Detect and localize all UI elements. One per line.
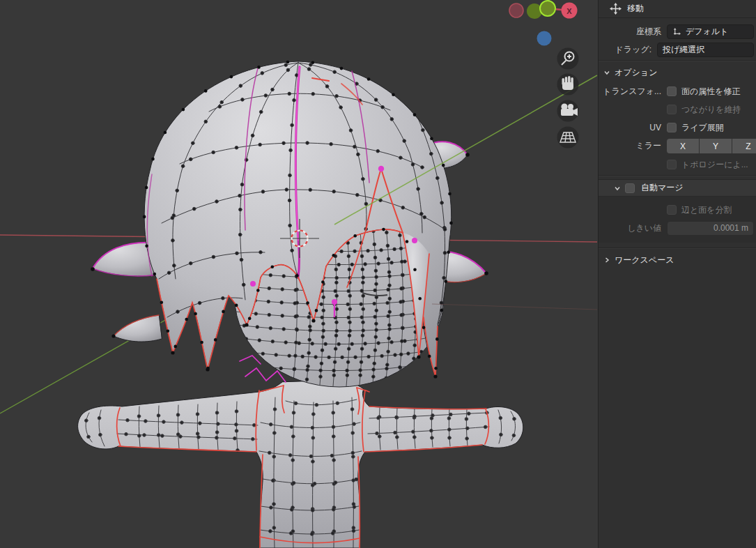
gizmo-y-positive-ball[interactable] — [540, 1, 555, 16]
mirror-x-button[interactable]: X — [667, 139, 699, 153]
drag-label: ドラッグ: — [599, 44, 657, 56]
orthographic-toggle-button[interactable] — [557, 127, 579, 149]
checkbox-live-unwrap[interactable] — [667, 123, 677, 132]
orientation-icon — [672, 27, 681, 36]
auto-merge-label: 自動マージ — [641, 182, 684, 194]
gizmo-x-negative-ball[interactable] — [509, 3, 523, 17]
separator — [599, 175, 756, 176]
pan-button[interactable] — [557, 74, 579, 96]
workspace-header-label: ワークスペース — [615, 254, 674, 266]
tool-settings-panel: 移動 座標系 デフォルト ドラッグ: 投げ縄選択 — [598, 0, 756, 548]
chevron-down-icon — [614, 185, 621, 192]
orientation-dropdown[interactable]: デフォルト — [667, 24, 754, 39]
uv-label: UV — [599, 123, 667, 132]
checkbox-keep-connected[interactable] — [667, 105, 677, 114]
gizmo-x-label: X — [566, 7, 572, 15]
checkbox-topology-mirror[interactable] — [667, 160, 677, 169]
blender-window: X — [0, 0, 756, 548]
threshold-value-field[interactable]: 0.0001 m — [667, 221, 754, 236]
threshold-value: 0.0001 m — [713, 223, 748, 233]
checkbox-auto-merge[interactable] — [625, 183, 635, 193]
correct-face-attributes-label: 面の属性を修正 — [681, 86, 741, 98]
mirror-y-button[interactable]: Y — [700, 139, 732, 153]
zoom-button[interactable] — [557, 48, 579, 70]
drag-dropdown[interactable]: 投げ縄選択 — [657, 43, 754, 57]
separator — [599, 248, 756, 249]
orientation-value: デフォルト — [686, 26, 728, 38]
live-unwrap-label: ライブ展開 — [681, 122, 724, 134]
options-header-label: オプション — [615, 67, 657, 79]
orientation-label: 座標系 — [599, 26, 667, 38]
mirror-axis-buttons: X Y Z — [667, 139, 756, 153]
separator — [599, 60, 756, 61]
chevron-down-icon — [603, 69, 610, 76]
topology-mirror-label: トポロジーによ... — [681, 159, 748, 171]
mirror-z-button[interactable]: Z — [732, 139, 756, 153]
drag-value: 投げ縄選択 — [663, 44, 704, 56]
active-tool-label: 移動 — [627, 3, 644, 15]
transform-label: トランスフォ... — [599, 86, 667, 98]
active-tool-header: 移動 — [599, 0, 756, 18]
gizmo-z-negative-ball[interactable] — [537, 31, 552, 46]
checkbox-split-edges-faces[interactable] — [667, 205, 677, 215]
auto-merge-subpanel-header[interactable]: 自動マージ — [599, 179, 756, 197]
3d-viewport[interactable]: X — [0, 0, 598, 548]
mirror-label: ミラー — [599, 140, 667, 152]
split-edges-faces-label: 辺と面を分割 — [681, 204, 732, 216]
auto-merge-body: 辺と面を分割 しきい値 0.0001 m — [599, 197, 756, 243]
threshold-label: しきい値 — [599, 222, 667, 234]
move-tool-icon — [610, 3, 622, 15]
checkbox-correct-face-attributes[interactable] — [667, 86, 677, 96]
camera-view-button[interactable] — [557, 100, 579, 122]
keep-connected-label: つながりを維持 — [681, 104, 741, 116]
workspace-section-header[interactable]: ワークスペース — [599, 252, 756, 268]
edit-mode-mesh-canvas[interactable]: X — [0, 0, 598, 548]
chevron-right-icon — [603, 257, 610, 264]
options-section-header[interactable]: オプション — [599, 64, 756, 81]
